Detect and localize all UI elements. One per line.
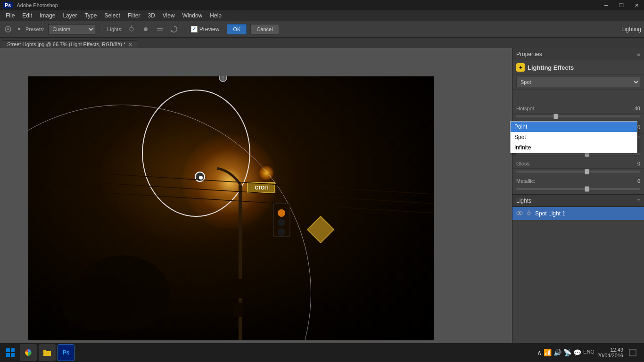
lights-menu-icon[interactable]: ≡ <box>637 197 640 204</box>
svg-point-23 <box>528 212 530 215</box>
svg-rect-20 <box>233 303 243 317</box>
notification-icon[interactable] <box>626 346 639 359</box>
lights-label: Lights: <box>107 26 122 32</box>
gloss-row: Gloss: 0 <box>512 159 644 169</box>
add-point-icon[interactable] <box>140 24 151 34</box>
svg-point-2 <box>130 27 133 31</box>
menu-view[interactable]: View <box>159 11 179 20</box>
wifi-icon[interactable]: 📡 <box>563 349 571 356</box>
tab-close-icon[interactable]: ✕ <box>128 42 132 47</box>
presets-select[interactable]: Custom <box>48 24 95 34</box>
menu-image[interactable]: Image <box>36 11 59 20</box>
hotspot-value: -40 <box>621 106 640 111</box>
separator-1 <box>101 24 101 35</box>
menu-select[interactable]: Select <box>100 11 124 20</box>
ps-logo: Ps <box>3 2 13 8</box>
tabbar: Street Lights.jpg @ 66.7% (Light Effects… <box>0 38 644 48</box>
image-content: СТОП <box>28 76 434 340</box>
taskbar-chrome[interactable] <box>20 344 37 361</box>
move-slider-track[interactable] <box>516 153 640 155</box>
titlebar: Ps Adobe Photoshop ─ ❐ ✕ <box>0 0 644 10</box>
svg-point-22 <box>519 212 520 214</box>
lang-label: ENG <box>583 349 594 356</box>
taskbar-photoshop[interactable]: Ps <box>58 344 74 361</box>
system-tray-arrow[interactable]: ∧ <box>537 349 542 356</box>
taskbar-system-icons: ∧ 📶 🔊 📡 💬 ENG <box>537 349 594 356</box>
canvas-area: СТОП <box>0 48 512 349</box>
gloss-slider-thumb[interactable] <box>585 169 589 174</box>
menubar: File Edit Image Layer Type Select Filter… <box>0 10 644 21</box>
svg-rect-16 <box>307 216 334 243</box>
main-area: СТОП <box>0 48 644 349</box>
menu-layer[interactable]: Layer <box>59 11 81 20</box>
light-type-select[interactable]: Spot Point Infinite <box>516 77 640 87</box>
check-mark: ✓ <box>192 26 196 32</box>
minimize-button[interactable]: ─ <box>599 0 614 10</box>
volume-icon[interactable]: 🔊 <box>553 349 561 356</box>
metallic-slider-track[interactable] <box>516 188 640 190</box>
svg-line-10 <box>52 180 434 204</box>
menu-window[interactable]: Window <box>179 11 206 20</box>
restore-button[interactable]: ❐ <box>614 0 629 10</box>
svg-rect-19 <box>231 279 245 298</box>
menu-type[interactable]: Type <box>81 11 100 20</box>
properties-title: Properties <box>516 51 542 58</box>
light-item-1[interactable]: Spot Light 1 <box>512 207 644 220</box>
menu-file[interactable]: File <box>2 11 18 20</box>
dropdown-point[interactable]: Point <box>511 122 637 132</box>
dropdown-spot[interactable]: Spot <box>511 132 637 142</box>
hotspot-row: Hotspot: -40 <box>512 104 644 114</box>
properties-header: Properties ≡ <box>512 48 644 60</box>
svg-rect-31 <box>629 349 636 356</box>
metallic-row: Metallic: 0 <box>512 176 644 186</box>
preview-label: Preview <box>199 26 220 33</box>
type-row: Spot Point Infinite <box>512 75 644 90</box>
svg-rect-29 <box>11 353 15 357</box>
cancel-button[interactable]: Cancel <box>250 24 279 34</box>
dropdown-infinite[interactable]: Infinite <box>511 142 637 153</box>
msg-icon[interactable]: 💬 <box>573 349 581 356</box>
preset-tool-icon[interactable] <box>3 24 13 34</box>
presets-label: Presets: <box>25 26 44 32</box>
svg-point-1 <box>7 28 9 30</box>
toolbar-select-arrow[interactable]: ▼ <box>17 27 22 32</box>
properties-panel: Properties ≡ ✦ Lighting Effects Spot Poi… <box>512 48 644 349</box>
metallic-slider-thumb[interactable] <box>585 186 589 192</box>
network-icon[interactable]: 📶 <box>544 349 552 356</box>
hotspot-label: Hotspot: <box>516 106 559 111</box>
preview-checkbox-area: ✓ Preview <box>191 26 220 33</box>
svg-marker-7 <box>171 30 173 32</box>
ok-button[interactable]: OK <box>227 24 247 34</box>
active-tab[interactable]: Street Lights.jpg @ 66.7% (Light Effects… <box>2 40 137 48</box>
taskbar-clock: 12:49 20/04/2016 <box>597 347 623 358</box>
titlebar-left: Ps Adobe Photoshop <box>0 2 58 8</box>
gloss-value: 0 <box>621 161 640 166</box>
hotspot-slider-track[interactable] <box>516 115 640 117</box>
metallic-label: Metallic: <box>516 178 559 184</box>
taskbar-explorer[interactable] <box>39 344 56 361</box>
close-button[interactable]: ✕ <box>629 0 644 10</box>
titlebar-controls: ─ ❐ ✕ <box>599 0 644 10</box>
svg-rect-27 <box>11 348 15 352</box>
menu-help[interactable]: Help <box>206 11 225 20</box>
menu-3d[interactable]: 3D <box>144 11 158 20</box>
svg-line-11 <box>52 189 434 213</box>
menu-filter[interactable]: Filter <box>124 11 144 20</box>
start-button[interactable] <box>2 344 19 361</box>
lighting-label: Lighting <box>621 26 641 33</box>
preview-checkbox[interactable]: ✓ <box>191 26 198 33</box>
gloss-slider-row <box>512 169 644 176</box>
svg-point-18 <box>61 274 137 331</box>
toolbar: ▼ Presets: Custom Lights: ✓ Preview OK C… <box>0 21 644 38</box>
hotspot-slider-thumb[interactable] <box>553 114 558 119</box>
add-infinite-icon[interactable] <box>155 24 165 34</box>
time-display: 12:49 <box>597 347 623 353</box>
lights-section: Lights ≡ Spot Light 1 <box>512 194 644 349</box>
light-type-icon <box>526 210 532 217</box>
reset-icon[interactable] <box>169 24 179 34</box>
add-spot-icon[interactable] <box>126 24 137 34</box>
gloss-slider-track[interactable] <box>516 171 640 173</box>
menu-edit[interactable]: Edit <box>18 11 36 20</box>
light-visibility-icon[interactable] <box>516 210 523 217</box>
properties-menu-icon[interactable]: ≡ <box>637 51 640 58</box>
